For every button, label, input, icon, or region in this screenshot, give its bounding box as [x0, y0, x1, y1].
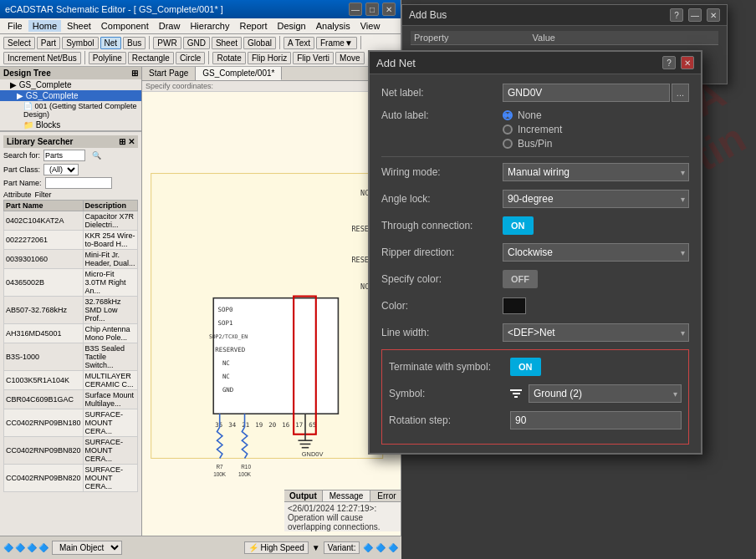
tree-gs-complete-sub[interactable]: ▶ GS_Complete — [0, 90, 141, 101]
toolbar-frame[interactable]: Frame▼ — [316, 37, 357, 49]
lib-table-row[interactable]: 0039301060Mini-Fit Jr. Header, Dual... — [4, 250, 138, 269]
add-net-help[interactable]: ? — [662, 56, 676, 69]
toolbar-gnd[interactable]: GND — [183, 37, 210, 49]
menu-component[interactable]: Component — [97, 20, 153, 32]
lib-table-row[interactable]: B3S-1000B3S Sealed Tactile Switch... — [4, 343, 138, 371]
toolbar-move[interactable]: Move — [335, 52, 364, 64]
tab-gs-complete[interactable]: GS_Complete/001* — [196, 67, 282, 80]
lib-table-row[interactable]: C1003K5R1A104KMULTILAYER CERAMIC C... — [4, 371, 138, 390]
svg-text:19: 19 — [255, 421, 263, 429]
net-label-label: Net label: — [381, 87, 503, 99]
menu-draw[interactable]: Draw — [155, 20, 185, 32]
toolbar-bus[interactable]: Bus — [123, 37, 146, 49]
ripper-dir-select[interactable]: Clockwise Counter-clockwise — [503, 243, 689, 262]
toolbar-global[interactable]: Global — [243, 37, 276, 49]
svg-text:21: 21 — [242, 421, 249, 429]
cad-minimize-btn[interactable]: — — [349, 3, 362, 16]
lib-table-row[interactable]: 04365002BMicro-Fit 3.0TM Right An... — [4, 269, 138, 297]
net-label-input[interactable] — [503, 84, 670, 102]
tree-001-design[interactable]: 📄 001 (Getting Started Complete Design) — [0, 101, 141, 119]
angle-lock-select[interactable]: 90-degree 45-degree Free — [503, 190, 689, 208]
lib-table-row[interactable]: AB507-32.768kHz32.768kHz SMD Low Prof... — [4, 297, 138, 324]
lib-table-row[interactable]: 0022272061KKR 254 Wire-to-Board H... — [4, 231, 138, 250]
lib-table-cell: C1003K5R1A104K — [4, 371, 84, 390]
toolbar-flip-v[interactable]: Flip Verti — [293, 52, 334, 64]
toolbar-part[interactable]: Part — [37, 37, 60, 49]
radio-increment[interactable]: Increment — [503, 124, 562, 135]
symbol-wrapper: Ground (2) Ground (1) Power — [510, 384, 682, 403]
menu-sheet[interactable]: Sheet — [63, 20, 95, 32]
toolbar-symbol[interactable]: Symbol — [62, 37, 98, 49]
tab-start-page[interactable]: Start Page — [142, 67, 196, 80]
toolbar-pwr[interactable]: PWR — [153, 37, 181, 49]
toolbar-text[interactable]: A Text — [284, 37, 314, 49]
svg-text:100K: 100K — [238, 471, 252, 477]
add-bus-help[interactable]: ? — [670, 8, 683, 22]
cad-maximize-btn[interactable]: □ — [365, 3, 379, 16]
wiring-mode-row: Wiring mode: Manual wiring Auto wiring — [381, 162, 689, 182]
lib-table-row[interactable]: CC0402RNP09BN820SURFACE-MOUNT CERA... — [4, 465, 138, 492]
symbol-select[interactable]: Ground (2) Ground (1) Power — [529, 384, 682, 403]
toolbar-rotate[interactable]: Rotate — [212, 52, 245, 64]
svg-text:SOP1: SOP1 — [218, 319, 233, 327]
add-bus-close[interactable]: ✕ — [707, 8, 720, 22]
toolbar-increment[interactable]: Increment Net/Bus — [3, 52, 81, 64]
svg-text:NC: NC — [222, 373, 230, 380]
part-name-input[interactable] — [45, 177, 112, 189]
svg-text:NC: NC — [222, 359, 230, 367]
menu-view[interactable]: View — [356, 20, 385, 32]
lib-table-row[interactable]: 0402C104KAT2ACapacitor X7R Dielectri... — [4, 211, 138, 231]
toolbar-polyline[interactable]: Polyline — [89, 52, 126, 64]
toolbar-rectangle[interactable]: Rectangle — [128, 52, 174, 64]
menu-hierarchy[interactable]: Hierarchy — [186, 20, 233, 32]
add-net-close[interactable]: ✕ — [681, 56, 694, 69]
menu-report[interactable]: Report — [235, 20, 271, 32]
add-net-dialog: Add Net ? ✕ Net label: ... Auto label: N… — [368, 50, 702, 455]
tree-blocks[interactable]: 📁 Blocks — [0, 119, 141, 130]
status-main-object[interactable]: Main Object — [52, 541, 122, 555]
rotation-input[interactable] — [510, 411, 682, 429]
radio-buspin[interactable]: Bus/Pin — [503, 138, 562, 150]
color-swatch[interactable] — [503, 297, 526, 314]
menu-home[interactable]: Home — [28, 20, 61, 32]
toolbar-select[interactable]: Select — [3, 37, 35, 49]
specify-color-label: Specify color: — [381, 273, 503, 285]
output-tab-message[interactable]: Message — [323, 490, 371, 501]
library-searcher: Library Searcher ⊞ ✕ Search for: 🔍 Part … — [0, 131, 141, 495]
tree-gs-complete[interactable]: ▶ GS_Complete — [0, 79, 141, 90]
lib-table-row[interactable]: CBR04C609B1GACSurface Mount Multilaye... — [4, 390, 138, 409]
radio-group: None Increment Bus/Pin — [503, 109, 562, 150]
col-part-name: Part Name — [4, 201, 84, 211]
output-tab-error[interactable]: Error — [370, 490, 401, 501]
terminate-toggle[interactable]: ON — [510, 358, 541, 376]
lib-table-row[interactable]: CC0402RNP09BN820SURFACE-MOUNT CERA... — [4, 437, 138, 465]
add-bus-minimize[interactable]: — — [688, 8, 702, 22]
toolbar-circle[interactable]: Circle — [176, 52, 206, 64]
toolbar-flip-h[interactable]: Flip Horiz — [248, 52, 291, 64]
lib-table-cell: Capacitor X7R Dielectri... — [83, 211, 137, 231]
line-width-select[interactable]: <DEF>Net 0.1 0.2 — [503, 323, 689, 342]
lib-table-row[interactable]: CC0402RNP09BN180SURFACE-MOUNT CERA... — [4, 409, 138, 437]
svg-text:20: 20 — [268, 421, 276, 429]
specify-color-toggle[interactable]: OFF — [503, 270, 538, 288]
radio-buspin-circle — [503, 139, 513, 149]
output-tabs: Output Message Error Warning — [284, 490, 401, 502]
menu-analysis[interactable]: Analysis — [312, 20, 355, 32]
through-conn-toggle[interactable]: ON — [503, 216, 534, 235]
menu-file[interactable]: File — [3, 20, 27, 32]
lib-table: Part Name Description 0402C104KAT2ACapac… — [3, 200, 138, 492]
lib-table-row[interactable]: AH316MD45001Chip Antenna Mono Pole... — [4, 324, 138, 343]
radio-buspin-label: Bus/Pin — [518, 138, 552, 150]
output-panel: Output Message Error Warning <26/01/2024… — [284, 490, 401, 531]
cad-close-btn[interactable]: ✕ — [382, 3, 396, 16]
terminate-section: Terminate with symbol: ON Symbol: Ground… — [381, 349, 689, 445]
toolbar-sheet[interactable]: Sheet — [212, 37, 242, 49]
radio-none-label: None — [518, 109, 542, 121]
toolbar-net[interactable]: Net — [100, 37, 122, 49]
lib-search-for[interactable] — [43, 150, 85, 161]
net-label-browse[interactable]: ... — [672, 84, 689, 102]
part-class-select[interactable]: (All) — [43, 164, 79, 175]
wiring-mode-select[interactable]: Manual wiring Auto wiring — [503, 163, 689, 181]
radio-none[interactable]: None — [503, 109, 562, 121]
menu-design[interactable]: Design — [273, 20, 309, 32]
